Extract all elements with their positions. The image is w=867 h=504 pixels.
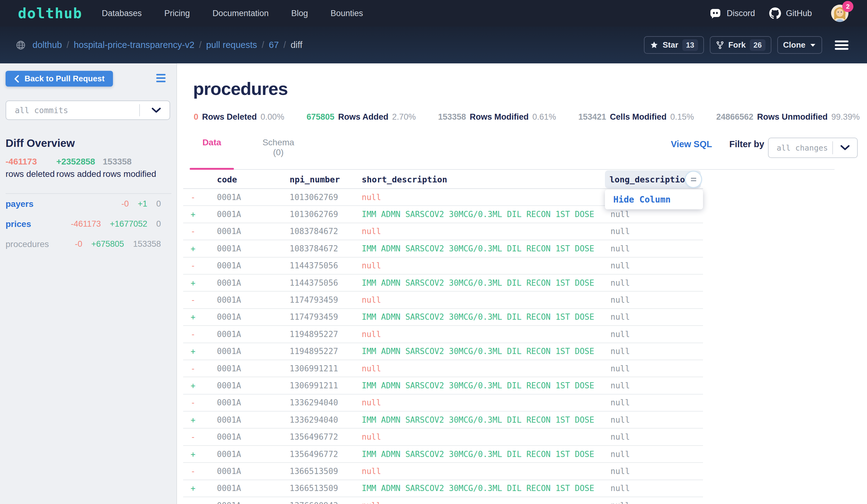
stat-percent: 99.39%: [832, 112, 860, 122]
tab-schema[interactable]: Schema (0): [257, 138, 300, 157]
diff-table: code npi_number short_description long_d…: [183, 171, 703, 504]
diff-stat: 153358 Rows Modified 0.61%: [438, 112, 556, 122]
dropdown-divider: [139, 104, 140, 116]
short-description-cell: null: [362, 398, 610, 407]
star-button[interactable]: Star 13: [644, 36, 704, 54]
nav-right: Discord GitHub: [709, 0, 848, 26]
npi-number-cell: 1174793459: [290, 312, 362, 321]
hide-column-menu-item[interactable]: Hide Column: [613, 195, 671, 205]
stat-value: 153421: [578, 112, 606, 122]
breadcrumb-item[interactable]: hospital-price-transparency-v2: [74, 40, 194, 50]
long-description-cell: null: [610, 415, 703, 425]
table-row: + 0001A 1336294040 IMM ADMN SARSCOV2 30M…: [183, 412, 703, 429]
diff-sign-cell: -: [183, 261, 217, 270]
dolthub-diff-page: dolthub Databases Pricing Documentation …: [0, 0, 867, 504]
user-avatar[interactable]: 2: [831, 4, 848, 22]
long-description-cell: null: [610, 227, 703, 236]
table-list: payers -0 +1 0 prices -461173 +1677052 0…: [6, 194, 161, 254]
code-cell: 0001A: [217, 501, 290, 504]
short-description-cell: null: [362, 432, 610, 441]
nav-link[interactable]: Databases: [102, 9, 142, 18]
breadcrumb-item[interactable]: pull requests: [206, 40, 257, 50]
nav-link[interactable]: Blog: [291, 9, 308, 18]
table-name[interactable]: prices: [6, 219, 71, 229]
caret-down-icon: [810, 43, 816, 47]
npi-number-cell: 1306991211: [290, 381, 362, 390]
long-description-cell: null: [610, 501, 703, 504]
discord-icon: [709, 8, 721, 19]
table-row: - 0001A 1336294040 null null: [183, 395, 703, 412]
deleted-count: -0: [75, 239, 82, 249]
breadcrumb-item[interactable]: dolthub: [32, 40, 62, 50]
sidebar-table-row[interactable]: payers -0 +1 0: [6, 194, 161, 214]
table-name[interactable]: payers: [6, 199, 121, 209]
short-description-cell: null: [362, 295, 610, 305]
npi-number-cell: 1336294040: [290, 415, 362, 425]
diff-sign-cell: +: [183, 450, 217, 459]
code-cell: 0001A: [217, 415, 290, 425]
commits-dropdown[interactable]: all commits: [6, 100, 170, 120]
column-header-code: code: [217, 175, 290, 184]
short-description-cell: IMM ADMN SARSCOV2 30MCG/0.3ML DIL RECON …: [362, 484, 610, 493]
back-to-pull-request-button[interactable]: Back to Pull Request: [6, 71, 113, 87]
added-count: +1: [138, 199, 147, 209]
table-row: - 0001A 1174793459 null null: [183, 292, 703, 309]
stat-label: Rows Unmodified: [757, 112, 828, 122]
table-diff-counts: -461173 +1677052 0: [71, 219, 161, 229]
diff-main: procedures 0 Rows Deleted 0.00% 675805 R…: [178, 63, 867, 504]
sidebar-menu-icon[interactable]: [156, 74, 165, 82]
github-label: GitHub: [786, 9, 812, 18]
filter-dropdown[interactable]: all changes: [768, 138, 858, 158]
nav-link[interactable]: Pricing: [164, 9, 190, 18]
short-description-cell: null: [362, 261, 610, 270]
code-cell: 0001A: [217, 261, 290, 270]
code-cell: 0001A: [217, 244, 290, 253]
npi-number-cell: 1013062769: [290, 210, 362, 219]
breadcrumb-bar: dolthub / hospital-price-transparency-v2…: [0, 26, 867, 63]
clone-button[interactable]: Clone: [777, 36, 822, 54]
table-row: - 0001A 1306991211 null null: [183, 360, 703, 377]
sidebar-table-row[interactable]: procedures -0 +675805 153358: [6, 234, 161, 254]
short-description-cell: IMM ADMN SARSCOV2 30MCG/0.3ML DIL RECON …: [362, 278, 610, 287]
tab-data[interactable]: Data: [190, 138, 234, 147]
table-row: - 0001A 1376600943 null null: [183, 497, 703, 504]
diff-sign-cell: +: [183, 347, 217, 356]
table-row: - 0001A 1083784672 null null: [183, 223, 703, 240]
diff-sign-cell: -: [183, 227, 217, 236]
nav-menu-icon[interactable]: [835, 41, 848, 50]
notification-badge[interactable]: 2: [842, 1, 853, 12]
star-count: 13: [682, 39, 698, 51]
diff-sign-cell: +: [183, 244, 217, 253]
short-description-cell: null: [362, 364, 610, 373]
diff-sign-cell: -: [183, 295, 217, 305]
table-row: + 0001A 1144375056 IMM ADMN SARSCOV2 30M…: [183, 275, 703, 292]
nav-links: Databases Pricing Documentation Blog Bou…: [102, 0, 363, 26]
breadcrumb-item[interactable]: diff: [290, 40, 302, 50]
discord-link[interactable]: Discord: [709, 8, 755, 19]
column-menu-button[interactable]: [686, 172, 701, 187]
long-description-cell: null: [610, 312, 703, 321]
github-link[interactable]: GitHub: [769, 8, 812, 19]
stat-percent: 0.61%: [532, 112, 556, 122]
deleted-count: -461173: [71, 219, 101, 229]
dolthub-logo[interactable]: dolthub: [18, 5, 82, 22]
nav-link[interactable]: Documentation: [213, 9, 269, 18]
repo-actions: Star 13 Fork 26 Clone: [644, 26, 848, 63]
npi-number-cell: 1013062769: [290, 193, 362, 202]
table-diff-counts: -0 +1 0: [121, 199, 161, 209]
long-description-cell: null: [610, 467, 703, 476]
breadcrumb-item[interactable]: 67: [269, 40, 279, 50]
table-name[interactable]: procedures: [6, 239, 75, 249]
sidebar-table-row[interactable]: prices -461173 +1677052 0: [6, 214, 161, 234]
nav-link[interactable]: Bounties: [331, 9, 363, 18]
diff-sign-cell: +: [183, 210, 217, 219]
view-sql-link[interactable]: View SQL: [671, 139, 712, 149]
diff-sign-cell: +: [183, 312, 217, 321]
table-row: + 0001A 1366513509 IMM ADMN SARSCOV2 30M…: [183, 480, 703, 497]
diff-stat: 675805 Rows Added 2.70%: [307, 112, 416, 122]
stat-percent: 0.00%: [260, 112, 285, 122]
fork-icon: [716, 41, 724, 50]
fork-button[interactable]: Fork 26: [710, 36, 771, 54]
npi-number-cell: 1083784672: [290, 244, 362, 253]
page-title: procedures: [193, 78, 288, 99]
